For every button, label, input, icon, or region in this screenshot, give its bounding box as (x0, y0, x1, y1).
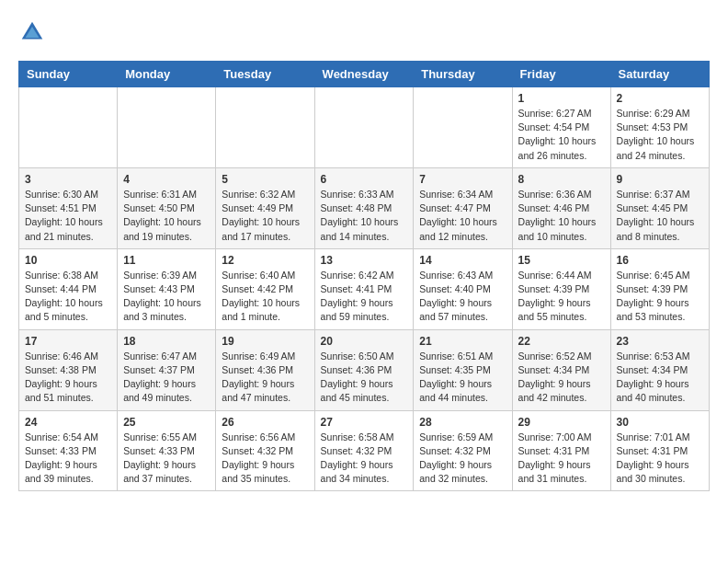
calendar-cell: 15Sunrise: 6:44 AM Sunset: 4:39 PM Dayli… (512, 248, 610, 329)
logo (18, 18, 50, 46)
calendar-cell: 25Sunrise: 6:55 AM Sunset: 4:33 PM Dayli… (118, 410, 216, 491)
calendar-cell: 2Sunrise: 6:29 AM Sunset: 4:53 PM Daylig… (610, 87, 709, 168)
day-info: Sunrise: 6:56 AM Sunset: 4:32 PM Dayligh… (222, 431, 308, 487)
day-number: 9 (617, 173, 703, 186)
calendar-cell: 4Sunrise: 6:31 AM Sunset: 4:50 PM Daylig… (118, 167, 216, 248)
calendar-cell: 28Sunrise: 6:59 AM Sunset: 4:32 PM Dayli… (414, 410, 512, 491)
calendar-cell: 9Sunrise: 6:37 AM Sunset: 4:45 PM Daylig… (610, 167, 709, 248)
day-number: 23 (617, 335, 703, 348)
day-number: 25 (123, 416, 210, 429)
calendar-cell: 18Sunrise: 6:47 AM Sunset: 4:37 PM Dayli… (118, 329, 216, 410)
day-info: Sunrise: 6:27 AM Sunset: 4:54 PM Dayligh… (518, 107, 605, 163)
calendar-cell: 1Sunrise: 6:27 AM Sunset: 4:54 PM Daylig… (512, 87, 610, 168)
day-info: Sunrise: 6:39 AM Sunset: 4:43 PM Dayligh… (123, 269, 210, 325)
day-number: 18 (123, 335, 210, 348)
calendar-cell: 7Sunrise: 6:34 AM Sunset: 4:47 PM Daylig… (414, 167, 512, 248)
calendar-cell: 3Sunrise: 6:30 AM Sunset: 4:51 PM Daylig… (19, 167, 118, 248)
day-info: Sunrise: 6:40 AM Sunset: 4:42 PM Dayligh… (222, 269, 308, 325)
calendar-week-row: 17Sunrise: 6:46 AM Sunset: 4:38 PM Dayli… (19, 329, 710, 410)
day-info: Sunrise: 6:58 AM Sunset: 4:32 PM Dayligh… (321, 431, 408, 487)
logo-icon (18, 18, 46, 46)
day-info: Sunrise: 6:44 AM Sunset: 4:39 PM Dayligh… (518, 269, 605, 325)
calendar-header-thursday: Thursday (414, 62, 512, 87)
day-number: 10 (25, 254, 111, 267)
calendar-header-sunday: Sunday (19, 62, 118, 87)
calendar-cell (118, 87, 216, 168)
day-info: Sunrise: 6:32 AM Sunset: 4:49 PM Dayligh… (222, 188, 308, 244)
calendar-header-wednesday: Wednesday (314, 62, 414, 87)
calendar-cell: 24Sunrise: 6:54 AM Sunset: 4:33 PM Dayli… (19, 410, 118, 491)
day-number: 30 (617, 416, 703, 429)
day-info: Sunrise: 7:00 AM Sunset: 4:31 PM Dayligh… (518, 431, 605, 487)
day-number: 29 (518, 416, 605, 429)
calendar-cell: 19Sunrise: 6:49 AM Sunset: 4:36 PM Dayli… (216, 329, 314, 410)
day-number: 8 (518, 173, 605, 186)
day-number: 5 (222, 173, 308, 186)
calendar-cell: 12Sunrise: 6:40 AM Sunset: 4:42 PM Dayli… (216, 248, 314, 329)
calendar-cell: 8Sunrise: 6:36 AM Sunset: 4:46 PM Daylig… (512, 167, 610, 248)
calendar-header-friday: Friday (512, 62, 610, 87)
day-info: Sunrise: 6:33 AM Sunset: 4:48 PM Dayligh… (321, 188, 408, 244)
calendar-cell: 13Sunrise: 6:42 AM Sunset: 4:41 PM Dayli… (314, 248, 414, 329)
calendar-cell: 21Sunrise: 6:51 AM Sunset: 4:35 PM Dayli… (414, 329, 512, 410)
day-info: Sunrise: 6:55 AM Sunset: 4:33 PM Dayligh… (123, 431, 210, 487)
day-number: 4 (123, 173, 210, 186)
day-info: Sunrise: 6:50 AM Sunset: 4:36 PM Dayligh… (321, 350, 408, 406)
calendar-cell: 17Sunrise: 6:46 AM Sunset: 4:38 PM Dayli… (19, 329, 118, 410)
day-info: Sunrise: 6:46 AM Sunset: 4:38 PM Dayligh… (25, 350, 111, 406)
calendar-week-row: 10Sunrise: 6:38 AM Sunset: 4:44 PM Dayli… (19, 248, 710, 329)
calendar-cell: 5Sunrise: 6:32 AM Sunset: 4:49 PM Daylig… (216, 167, 314, 248)
calendar-week-row: 1Sunrise: 6:27 AM Sunset: 4:54 PM Daylig… (19, 87, 710, 168)
day-info: Sunrise: 6:42 AM Sunset: 4:41 PM Dayligh… (321, 269, 408, 325)
calendar-cell: 29Sunrise: 7:00 AM Sunset: 4:31 PM Dayli… (512, 410, 610, 491)
calendar-header-monday: Monday (118, 62, 216, 87)
calendar-header-tuesday: Tuesday (216, 62, 314, 87)
day-number: 1 (518, 92, 605, 105)
day-info: Sunrise: 6:59 AM Sunset: 4:32 PM Dayligh… (419, 431, 506, 487)
calendar-cell: 27Sunrise: 6:58 AM Sunset: 4:32 PM Dayli… (314, 410, 414, 491)
day-number: 14 (419, 254, 506, 267)
calendar-cell (19, 87, 118, 168)
day-info: Sunrise: 6:49 AM Sunset: 4:36 PM Dayligh… (222, 350, 308, 406)
day-info: Sunrise: 6:54 AM Sunset: 4:33 PM Dayligh… (25, 431, 111, 487)
calendar-cell: 26Sunrise: 6:56 AM Sunset: 4:32 PM Dayli… (216, 410, 314, 491)
day-info: Sunrise: 7:01 AM Sunset: 4:31 PM Dayligh… (617, 431, 703, 487)
day-info: Sunrise: 6:29 AM Sunset: 4:53 PM Dayligh… (617, 107, 703, 163)
day-number: 7 (419, 173, 506, 186)
day-info: Sunrise: 6:52 AM Sunset: 4:34 PM Dayligh… (518, 350, 605, 406)
day-info: Sunrise: 6:38 AM Sunset: 4:44 PM Dayligh… (25, 269, 111, 325)
day-info: Sunrise: 6:45 AM Sunset: 4:39 PM Dayligh… (617, 269, 703, 325)
page-header (18, 18, 710, 46)
day-number: 24 (25, 416, 111, 429)
calendar-cell (216, 87, 314, 168)
day-info: Sunrise: 6:37 AM Sunset: 4:45 PM Dayligh… (617, 188, 703, 244)
day-info: Sunrise: 6:31 AM Sunset: 4:50 PM Dayligh… (123, 188, 210, 244)
calendar-cell: 20Sunrise: 6:50 AM Sunset: 4:36 PM Dayli… (314, 329, 414, 410)
day-info: Sunrise: 6:36 AM Sunset: 4:46 PM Dayligh… (518, 188, 605, 244)
calendar-header-row: SundayMondayTuesdayWednesdayThursdayFrid… (19, 62, 710, 87)
day-number: 26 (222, 416, 308, 429)
day-number: 20 (321, 335, 408, 348)
calendar-week-row: 3Sunrise: 6:30 AM Sunset: 4:51 PM Daylig… (19, 167, 710, 248)
day-number: 11 (123, 254, 210, 267)
day-number: 28 (419, 416, 506, 429)
calendar-week-row: 24Sunrise: 6:54 AM Sunset: 4:33 PM Dayli… (19, 410, 710, 491)
day-info: Sunrise: 6:53 AM Sunset: 4:34 PM Dayligh… (617, 350, 703, 406)
day-number: 21 (419, 335, 506, 348)
day-number: 2 (617, 92, 703, 105)
calendar-cell: 10Sunrise: 6:38 AM Sunset: 4:44 PM Dayli… (19, 248, 118, 329)
day-number: 27 (321, 416, 408, 429)
calendar-cell: 23Sunrise: 6:53 AM Sunset: 4:34 PM Dayli… (610, 329, 709, 410)
calendar-cell: 30Sunrise: 7:01 AM Sunset: 4:31 PM Dayli… (610, 410, 709, 491)
calendar-cell: 16Sunrise: 6:45 AM Sunset: 4:39 PM Dayli… (610, 248, 709, 329)
day-number: 6 (321, 173, 408, 186)
calendar-cell: 6Sunrise: 6:33 AM Sunset: 4:48 PM Daylig… (314, 167, 414, 248)
day-info: Sunrise: 6:34 AM Sunset: 4:47 PM Dayligh… (419, 188, 506, 244)
day-number: 16 (617, 254, 703, 267)
day-number: 13 (321, 254, 408, 267)
calendar-cell (314, 87, 414, 168)
day-info: Sunrise: 6:43 AM Sunset: 4:40 PM Dayligh… (419, 269, 506, 325)
calendar-cell (414, 87, 512, 168)
calendar-header-saturday: Saturday (610, 62, 709, 87)
day-number: 19 (222, 335, 308, 348)
